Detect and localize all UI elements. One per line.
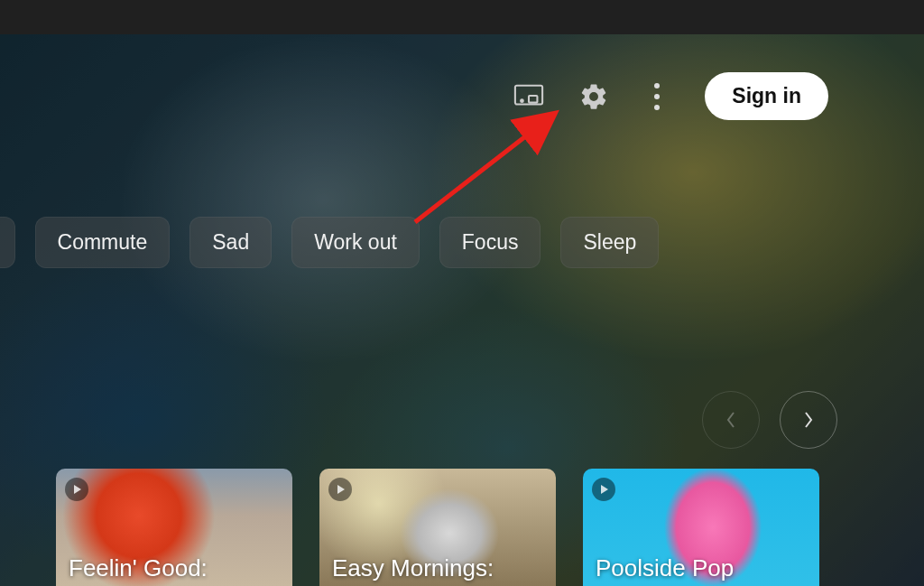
play-icon[interactable] bbox=[65, 478, 88, 501]
cast-icon[interactable] bbox=[513, 81, 544, 112]
mood-chip[interactable]: Focus bbox=[439, 217, 541, 268]
card-title: Feelin' Good: bbox=[69, 554, 280, 582]
card-title: Poolside Pop bbox=[596, 554, 807, 582]
svg-line-3 bbox=[415, 116, 552, 222]
svg-point-1 bbox=[520, 98, 524, 103]
play-icon[interactable] bbox=[592, 478, 615, 501]
gear-icon[interactable] bbox=[578, 81, 609, 112]
carousel-prev-button[interactable] bbox=[702, 391, 760, 449]
mood-chip[interactable]: Commute bbox=[35, 217, 171, 268]
mood-chip[interactable]: Sad bbox=[189, 217, 272, 268]
play-icon[interactable] bbox=[328, 478, 352, 501]
mood-chips-row: rty Commute Sad Work out Focus Sleep bbox=[0, 217, 659, 268]
app-background: Sign in rty Commute Sad Work out Focus S… bbox=[0, 34, 924, 586]
playlist-cards-row: Feelin' Good: Easy Mornings: Poolside Po… bbox=[56, 469, 819, 586]
carousel-next-button[interactable] bbox=[780, 391, 837, 449]
playlist-card[interactable]: Poolside Pop bbox=[583, 469, 819, 586]
mood-chip[interactable]: Sleep bbox=[560, 217, 659, 268]
svg-rect-2 bbox=[529, 96, 537, 103]
card-title: Easy Mornings: bbox=[332, 554, 543, 582]
browser-chrome-bar bbox=[0, 0, 924, 34]
mood-chip[interactable]: Work out bbox=[291, 217, 420, 268]
sign-in-button[interactable]: Sign in bbox=[705, 72, 828, 120]
mood-chip[interactable]: rty bbox=[0, 217, 15, 268]
annotation-arrow bbox=[397, 105, 587, 231]
playlist-card[interactable]: Easy Mornings: bbox=[319, 469, 556, 586]
playlist-card[interactable]: Feelin' Good: bbox=[56, 469, 292, 586]
more-vertical-icon[interactable] bbox=[643, 81, 670, 112]
